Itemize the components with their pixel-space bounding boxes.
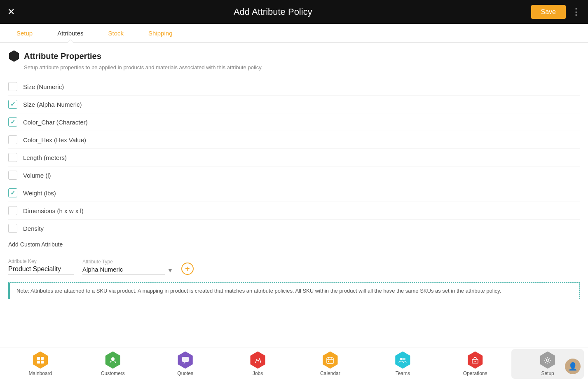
- section-description: Setup attribute properties to be applied…: [24, 64, 580, 70]
- attribute-type-label: Attribute Type: [82, 259, 173, 265]
- customers-label: Customers: [101, 371, 125, 376]
- customers-icon: [104, 352, 122, 369]
- svg-rect-0: [37, 357, 40, 360]
- calendar-label: Calendar: [320, 371, 340, 376]
- svg-point-11: [475, 361, 476, 362]
- custom-attribute-row: Attribute Key Product Speciality Attribu…: [8, 258, 580, 275]
- note-bar: Note: Attributes are attached to a SKU v…: [8, 282, 580, 299]
- checkbox-color-hex[interactable]: [8, 135, 17, 144]
- checkbox-dimensions[interactable]: [8, 206, 17, 215]
- jobs-label: Jobs: [253, 371, 263, 376]
- attribute-item-volume-l: Volume (l): [8, 167, 580, 184]
- quotes-icon: [177, 352, 194, 369]
- attribute-item-size-numeric: Size (Numeric): [8, 78, 580, 96]
- attribute-item-dimensions: Dimensions (h x w x l): [8, 202, 580, 220]
- svg-rect-7: [328, 361, 329, 362]
- tabs-bar: Setup Attributes Stock Shipping: [0, 24, 588, 43]
- teams-icon: [394, 352, 411, 369]
- attribute-item-length-meters: Length (meters): [8, 149, 580, 167]
- section-icon: [8, 50, 20, 62]
- attribute-label-volume-l: Volume (l): [23, 172, 51, 179]
- attribute-key-value[interactable]: Product Speciality: [8, 265, 74, 275]
- nav-item-teams[interactable]: Teams: [366, 349, 439, 379]
- more-options-icon[interactable]: ⋮: [572, 7, 581, 17]
- operations-icon: [466, 352, 484, 369]
- checkbox-length-meters[interactable]: [8, 153, 17, 162]
- page-title: Add Attribute Policy: [234, 7, 312, 17]
- svg-point-8: [400, 358, 403, 360]
- operations-label: Operations: [463, 371, 487, 376]
- svg-rect-1: [41, 357, 44, 360]
- nav-item-operations[interactable]: Operations: [439, 349, 511, 379]
- checkbox-volume-l[interactable]: [8, 171, 17, 180]
- attribute-item-density: Density: [8, 220, 580, 237]
- tab-attributes[interactable]: Attributes: [45, 24, 96, 42]
- checkbox-density[interactable]: [8, 224, 17, 233]
- section-header: Attribute Properties: [8, 50, 580, 62]
- close-button[interactable]: ✕: [7, 7, 15, 17]
- attribute-label-size-numeric: Size (Numeric): [23, 83, 64, 90]
- attribute-key-group: Attribute Key Product Speciality: [8, 258, 74, 275]
- attribute-label-color-char: Color_Char (Character): [23, 119, 88, 126]
- attribute-label-size-alpha-numeric: Size (Alpha-Numeric): [23, 101, 82, 108]
- add-attribute-button[interactable]: +: [181, 263, 194, 275]
- tab-setup[interactable]: Setup: [4, 24, 45, 42]
- tab-stock[interactable]: Stock: [96, 24, 136, 42]
- svg-point-4: [111, 357, 115, 361]
- add-custom-attribute-link[interactable]: Add Custom Attribute: [8, 241, 63, 248]
- header: ✕ Add Attribute Policy Save ⋮: [0, 0, 588, 24]
- attribute-type-group: Attribute Type Alpha Numeric Numeric Cha…: [82, 259, 173, 275]
- nav-item-calendar[interactable]: Calendar: [294, 349, 367, 379]
- attribute-label-weight-lbs: Weight (lbs): [23, 190, 56, 197]
- tab-shipping[interactable]: Shipping: [136, 24, 185, 42]
- attribute-item-color-hex: Color_Hex (Hex Value): [8, 131, 580, 149]
- checkbox-size-alpha-numeric[interactable]: ✓: [8, 100, 17, 109]
- svg-rect-6: [327, 358, 333, 364]
- save-button[interactable]: Save: [531, 5, 566, 19]
- teams-label: Teams: [396, 371, 410, 376]
- svg-point-9: [403, 358, 405, 360]
- calendar-icon: [321, 352, 339, 369]
- attribute-label-color-hex: Color_Hex (Hex Value): [23, 136, 86, 143]
- setup-icon: [539, 352, 556, 369]
- main-content: Attribute Properties Setup attribute pro…: [0, 43, 588, 347]
- nav-item-quotes[interactable]: Quotes: [149, 349, 222, 379]
- nav-item-customers[interactable]: Customers: [77, 349, 149, 379]
- dropdown-arrow-icon: ▼: [167, 267, 173, 274]
- avatar[interactable]: 👤: [565, 359, 581, 374]
- jobs-icon: [249, 352, 267, 369]
- svg-rect-5: [182, 357, 189, 362]
- attribute-list: Size (Numeric)✓Size (Alpha-Numeric)✓Colo…: [8, 78, 580, 237]
- mainboard-icon: [32, 352, 49, 369]
- svg-rect-2: [37, 361, 40, 364]
- attribute-label-dimensions: Dimensions (h x w x l): [23, 207, 84, 214]
- nav-item-mainboard[interactable]: Mainboard: [4, 349, 77, 379]
- attribute-item-color-char: ✓Color_Char (Character): [8, 113, 580, 131]
- svg-rect-3: [41, 361, 44, 364]
- section-title: Attribute Properties: [24, 52, 101, 61]
- checkbox-size-numeric[interactable]: [8, 82, 17, 91]
- bottom-nav: Mainboard Customers Quotes Jobs Calendar…: [0, 347, 588, 380]
- attribute-item-weight-lbs: ✓Weight (lbs): [8, 184, 580, 202]
- svg-point-12: [546, 359, 549, 361]
- checkbox-color-char[interactable]: ✓: [8, 117, 17, 127]
- setup-label: Setup: [541, 371, 554, 376]
- quotes-label: Quotes: [177, 371, 193, 376]
- attribute-type-select-wrap: Alpha Numeric Numeric Character Hex Valu…: [82, 266, 173, 275]
- mainboard-label: Mainboard: [29, 371, 52, 376]
- nav-item-jobs[interactable]: Jobs: [222, 349, 294, 379]
- attribute-type-select[interactable]: Alpha Numeric Numeric Character Hex Valu…: [82, 266, 165, 275]
- header-actions: Save ⋮: [531, 5, 581, 19]
- checkbox-weight-lbs[interactable]: ✓: [8, 188, 17, 197]
- attribute-label-density: Density: [23, 225, 44, 232]
- attribute-label-length-meters: Length (meters): [23, 154, 67, 161]
- attribute-item-size-alpha-numeric: ✓Size (Alpha-Numeric): [8, 96, 580, 113]
- attribute-key-label: Attribute Key: [8, 258, 74, 264]
